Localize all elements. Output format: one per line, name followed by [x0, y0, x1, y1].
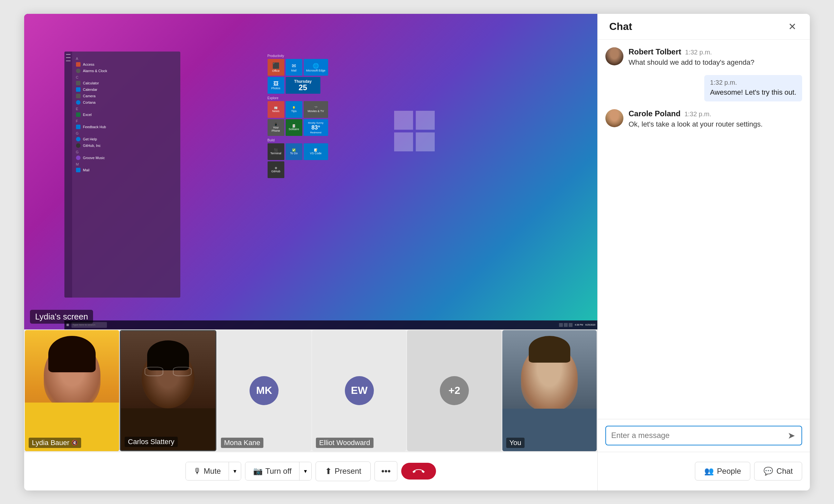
- productivity-section-title: Productivity: [268, 54, 321, 58]
- video-main-area: A Access Alarms & Clock C: [24, 14, 597, 490]
- mute-caret[interactable]: ▾: [229, 462, 241, 480]
- mute-label: Mute: [204, 467, 221, 476]
- gethelp-icon: [76, 137, 81, 141]
- chat-input[interactable]: [611, 431, 783, 440]
- participant-tile-elliot[interactable]: EW Elliot Woodward: [312, 330, 407, 451]
- robert-text: What should we add to today's agenda?: [629, 58, 754, 68]
- screen-share-label: Lydia's screen: [30, 310, 93, 324]
- start-item-excel[interactable]: Excel: [73, 111, 180, 118]
- start-item-alarms[interactable]: Alarms & Clock: [73, 68, 180, 74]
- svg-rect-1: [416, 111, 435, 130]
- carole-text: Ok, let's take a look at your router set…: [629, 119, 763, 129]
- carole-name: Carole Poland: [629, 109, 680, 118]
- taskbar-time: 4:38 PM: [575, 324, 583, 326]
- win10-desktop: A Access Alarms & Clock C: [24, 14, 597, 329]
- start-item-groove[interactable]: Groove Music: [73, 155, 180, 161]
- control-bar: 🎙 Mute ▾ 📷 Turn off ▾: [24, 452, 597, 490]
- robert-time: 1:32 p.m.: [685, 49, 712, 56]
- chat-message-carole: Carole Poland 1:32 p.m. Ok, let's take a…: [606, 109, 802, 129]
- tile-movies[interactable]: 🎬 Movies & TV: [304, 101, 328, 118]
- mute-icon: 🎙: [194, 467, 201, 476]
- video-caret-icon: ▾: [304, 467, 307, 475]
- taskbar-date: 6/25/2020: [586, 324, 595, 326]
- video-caret[interactable]: ▾: [300, 462, 311, 480]
- tile-tips[interactable]: 💡 Tips: [286, 101, 302, 118]
- participant-tile-lydia[interactable]: Lydia Bauer 🔇: [25, 330, 119, 451]
- start-item-cortana[interactable]: Cortana: [73, 99, 180, 106]
- tile-photos[interactable]: 🖼 Photos: [268, 77, 284, 94]
- mute-button[interactable]: 🎙 Mute: [186, 462, 229, 480]
- chat-messages: Robert Tolbert 1:32 p.m. What should we …: [598, 40, 810, 419]
- letter-f: F: [73, 118, 180, 124]
- video-button[interactable]: 📷 Turn off: [245, 462, 300, 480]
- tile-edge[interactable]: 🌐 Microsoft Edge: [304, 59, 328, 76]
- you-msg-time: 1:32 p.m.: [710, 79, 796, 86]
- chat-header: Chat ✕: [598, 14, 810, 40]
- carole-time: 1:32 p.m.: [684, 110, 711, 118]
- feedback-icon: [76, 125, 81, 129]
- mona-avatar: MK: [249, 376, 279, 405]
- explore-section-title: Explore: [268, 96, 321, 100]
- present-button[interactable]: ⬆ Present: [315, 461, 371, 481]
- lydia-photo: [25, 330, 119, 451]
- excel-icon: [76, 112, 81, 117]
- start-item-gethelp[interactable]: Get Help: [73, 136, 180, 143]
- overflow-avatar-bg: +2: [407, 330, 501, 451]
- chat-message-robert: Robert Tolbert 1:32 p.m. What should we …: [606, 47, 802, 68]
- carole-message-header: Carole Poland 1:32 p.m.: [629, 109, 763, 118]
- access-icon: [76, 62, 81, 67]
- win10-screen: A Access Alarms & Clock C: [24, 14, 597, 329]
- participant-tile-mona[interactable]: MK Mona Kane: [217, 330, 311, 451]
- chat-button[interactable]: 💬 Chat: [754, 462, 802, 481]
- start-item-calendar[interactable]: Calendar: [73, 86, 180, 93]
- overflow-avatar: +2: [440, 376, 469, 405]
- people-icon: 👥: [704, 467, 714, 476]
- svg-rect-0: [394, 111, 413, 130]
- chat-panel: Chat ✕ Robert Tolbert 1:32 p.m.: [597, 14, 810, 490]
- explore-tiles: 📰 News 💡 Tips 🎬 Movies & TV: [268, 101, 321, 136]
- alarms-icon: [76, 69, 81, 73]
- participant-tile-carlos[interactable]: Carlos Slattery: [120, 330, 216, 451]
- carlos-name: Carlos Slattery: [128, 438, 174, 446]
- mona-initials: MK: [256, 385, 272, 396]
- start-item-calculator[interactable]: Calculator: [73, 80, 180, 86]
- chat-input-area: ➤: [598, 419, 810, 452]
- start-item-camera[interactable]: Camera: [73, 93, 180, 99]
- send-icon: ➤: [788, 431, 795, 441]
- chat-message-you-wrapper: 1:32 p.m. Awesome! Let's try this out.: [606, 75, 802, 102]
- svg-rect-3: [416, 132, 435, 151]
- tile-terminal[interactable]: ⬛ Terminal: [268, 143, 284, 160]
- main-window: A Access Alarms & Clock C: [24, 14, 810, 490]
- you-name: You: [509, 439, 521, 447]
- letter-e: E: [73, 106, 180, 111]
- carole-message-content: Carole Poland 1:32 p.m. Ok, let's take a…: [629, 109, 763, 129]
- tile-solitaire[interactable]: 🃏 Solitaire: [286, 119, 302, 136]
- taskbar-icons: 4:38 PM 6/25/2020: [559, 323, 595, 327]
- elliot-name-tag: Elliot Woodward: [316, 438, 374, 448]
- participant-tile-overflow[interactable]: +2: [407, 330, 501, 451]
- start-item-mail[interactable]: Mail: [73, 167, 180, 173]
- chat-send-button[interactable]: ➤: [786, 429, 796, 442]
- start-item-github[interactable]: GitHub, Inc: [73, 143, 180, 149]
- tile-calendar[interactable]: Thursday 25: [286, 77, 321, 94]
- tile-vscode[interactable]: 📝 VS Code: [304, 143, 328, 160]
- chat-close-button[interactable]: ✕: [786, 19, 798, 34]
- chat-icon: 💬: [764, 467, 773, 476]
- tile-mail[interactable]: ✉ Mail: [286, 59, 302, 76]
- mona-name-tag: Mona Kane: [221, 438, 264, 448]
- tile-phone[interactable]: 📱 Your Phone: [268, 119, 284, 136]
- hangup-button[interactable]: [401, 463, 436, 480]
- people-button[interactable]: 👥 People: [695, 462, 751, 481]
- start-item-feedback[interactable]: Feedback Hub: [73, 124, 180, 130]
- more-button[interactable]: •••: [374, 461, 397, 481]
- tile-github[interactable]: ⚙ GitHub: [268, 161, 284, 178]
- start-item-access[interactable]: Access: [73, 61, 180, 68]
- participant-tile-you[interactable]: You: [502, 330, 597, 451]
- productivity-tiles: ⬛ Office ✉ Mail 🌐 Microsoft Edge: [268, 59, 321, 94]
- tile-news[interactable]: 📰 News: [268, 101, 284, 118]
- tile-weather[interactable]: Mostly Sunny 83° Redmond: [304, 119, 328, 136]
- tile-todo[interactable]: ✅ To Do: [286, 143, 302, 160]
- start-button-icon[interactable]: ⊞: [66, 323, 69, 327]
- letter-c: C: [73, 74, 180, 80]
- tile-office[interactable]: ⬛ Office: [268, 59, 284, 76]
